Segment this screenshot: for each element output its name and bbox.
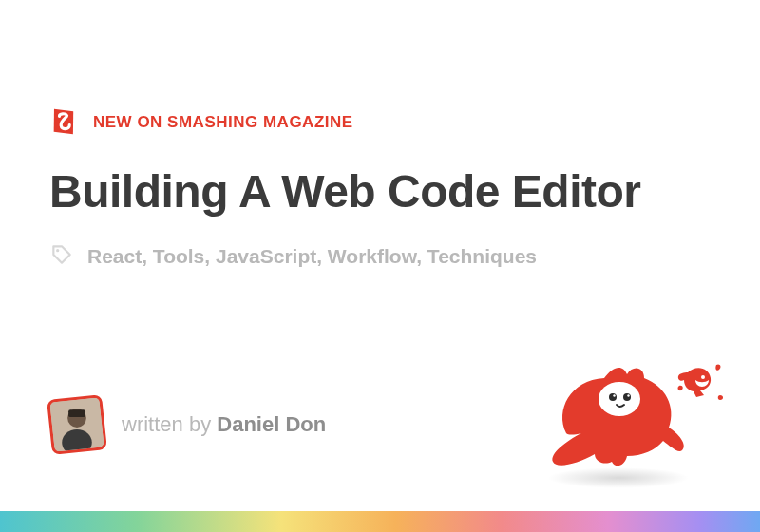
byline-prefix: written by	[122, 412, 217, 436]
avatar-placeholder-icon	[49, 397, 104, 451]
mascot-shadow	[547, 467, 690, 488]
svg-point-7	[609, 393, 617, 401]
author-avatar	[47, 394, 107, 455]
byline-text: written by Daniel Don	[122, 412, 326, 437]
article-card: NEW ON SMASHING MAGAZINE Building A Web …	[0, 0, 760, 532]
svg-rect-3	[68, 409, 86, 417]
tag-row: React, Tools, JavaScript, Workflow, Tech…	[49, 242, 711, 272]
author-name: Daniel Don	[217, 412, 326, 436]
byline: written by Daniel Don	[49, 397, 326, 452]
svg-point-0	[56, 249, 59, 252]
svg-point-10	[627, 394, 629, 396]
mascot-illustration	[528, 346, 728, 488]
tag-list: React, Tools, JavaScript, Workflow, Tech…	[87, 245, 537, 268]
article-title: Building A Web Code Editor	[49, 167, 711, 218]
svg-point-9	[613, 394, 615, 396]
rainbow-footer-bar	[0, 511, 760, 532]
svg-point-6	[598, 382, 640, 416]
kicker: NEW ON SMASHING MAGAZINE	[49, 106, 711, 139]
svg-point-5	[701, 375, 705, 379]
kicker-text: NEW ON SMASHING MAGAZINE	[93, 113, 353, 132]
svg-point-8	[623, 393, 631, 401]
smashing-logo-icon	[49, 106, 78, 139]
tag-icon	[49, 242, 74, 272]
